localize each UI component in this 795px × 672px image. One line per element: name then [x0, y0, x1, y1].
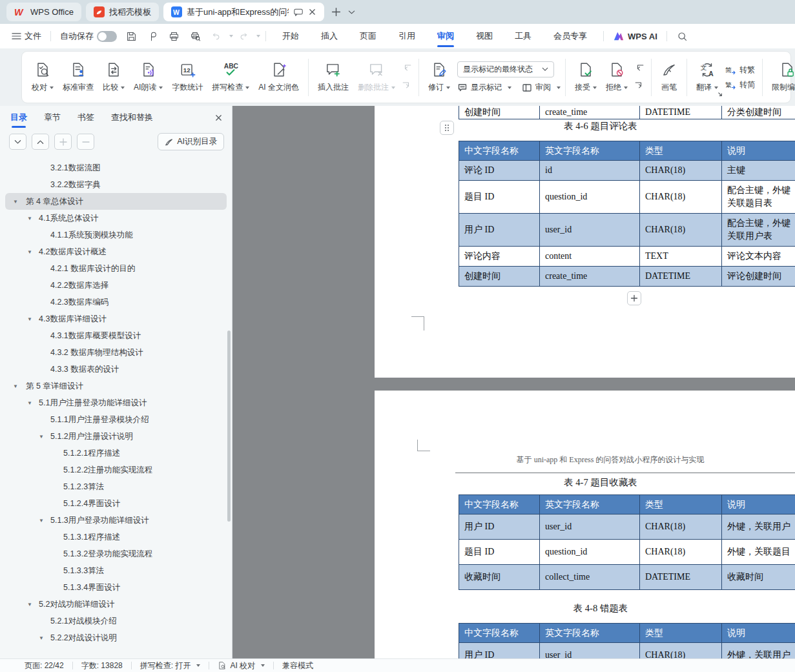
insert-comment-button[interactable]: 插入批注	[313, 54, 353, 101]
accept-revision-button[interactable]: 接受	[570, 54, 601, 101]
previous-revision-icon[interactable]	[632, 61, 646, 76]
toc-item[interactable]: ▼4.2数据库设计概述	[5, 243, 227, 260]
to-traditional-button[interactable]: 简 转繁	[725, 65, 755, 76]
collapse-all-button[interactable]	[9, 134, 26, 150]
autosave-control[interactable]: 自动保存	[56, 24, 121, 48]
toc-item[interactable]: 4.2.1 数据库设计的目的	[5, 260, 227, 277]
toc-item[interactable]: 5.1.1用户注册登录模块介绍	[5, 411, 227, 428]
toc-expand-icon[interactable]: ▼	[27, 400, 32, 406]
delete-comment-button[interactable]: 删除批注	[353, 54, 400, 101]
toc-item[interactable]: 4.3.3 数据表的设计	[5, 361, 227, 378]
tab-page[interactable]: 页面	[349, 24, 387, 48]
toc-expand-icon[interactable]: ▼	[27, 216, 32, 221]
document-page-2[interactable]: 基于 uni-app 和 Express 的问答对战小程序的设计与实现 表 4-…	[375, 391, 795, 658]
previous-comment-icon[interactable]	[400, 61, 414, 76]
tab-list-chevron-icon[interactable]	[344, 5, 360, 20]
toc-item[interactable]: ▼5.2.2对战设计说明	[5, 629, 227, 646]
toc-item[interactable]: 5.2.1对战模块介绍	[5, 613, 227, 629]
toc-item[interactable]: 4.1.1系统预测模块功能	[5, 227, 227, 243]
sidebar-tab-chapters[interactable]: 章节	[44, 112, 61, 123]
toc-expand-icon[interactable]: ▼	[39, 434, 44, 440]
toc-item[interactable]: 5.1.2.4界面设计	[5, 495, 227, 512]
toc-item[interactable]: 5.1.3.3算法	[5, 562, 227, 579]
toc-item[interactable]: ▼5.1.3用户登录功能详细设计	[5, 512, 227, 529]
toc-item[interactable]: ▼5.1用户注册登录功能详细设计	[5, 394, 227, 411]
undo-button[interactable]	[206, 30, 227, 42]
toc-item[interactable]: ▼4.3数据库详细设计	[5, 311, 227, 327]
new-tab-button[interactable]	[329, 5, 344, 20]
toc-item[interactable]: 5.1.3.4界面设计	[5, 579, 227, 596]
toc-expand-icon[interactable]: ▼	[27, 249, 32, 255]
expand-all-button[interactable]	[32, 134, 49, 150]
review-pane-button[interactable]: 审阅	[522, 82, 561, 93]
to-simplified-button[interactable]: 繁 转简	[725, 79, 755, 90]
reject-revision-button[interactable]: 拒绝	[601, 54, 632, 101]
next-comment-icon[interactable]	[400, 79, 414, 93]
toc-item[interactable]: ▼第 4 章总体设计	[5, 193, 227, 210]
message-icon[interactable]	[293, 8, 304, 17]
tab-wps-office[interactable]: W WPS Office	[6, 3, 81, 21]
ink-pen-button[interactable]: 画笔	[656, 54, 682, 101]
tab-member[interactable]: 会员专享	[542, 24, 598, 48]
tab-view[interactable]: 视图	[465, 24, 504, 48]
page-indicator[interactable]: 页面: 22/42	[25, 660, 64, 671]
next-revision-icon[interactable]	[632, 79, 646, 93]
document-canvas[interactable]: 创建时间create_timeDATETIME分类创建时间 表 4-6 题目评论…	[232, 106, 795, 658]
spell-check-button[interactable]: ABC 拼写检查	[207, 54, 254, 101]
toc-item[interactable]: 4.3.1数据库概要模型设计	[5, 327, 227, 344]
track-changes-button[interactable]: 修订	[424, 54, 455, 101]
table-drag-handle[interactable]	[440, 121, 454, 135]
toc-expand-icon[interactable]: ▼	[27, 316, 32, 322]
toc-item[interactable]: ▼5.2对战功能详细设计	[5, 596, 227, 613]
promote-heading-button[interactable]	[54, 134, 72, 150]
tab-review[interactable]: 审阅	[426, 24, 465, 48]
toc-item[interactable]: 3.2.2数据字典	[5, 176, 227, 193]
toc-item[interactable]: 5.1.2.3算法	[5, 478, 227, 495]
toc-item[interactable]: 4.3.2 数据库物理结构设计	[5, 344, 227, 361]
sidebar-tab-contents[interactable]: 目录	[10, 112, 27, 123]
toc-item[interactable]: ▼4.1系统总体设计	[5, 210, 227, 227]
spell-check-status[interactable]: 拼写检查: 打开	[140, 660, 201, 671]
standard-review-button[interactable]: 标准审查	[58, 54, 98, 101]
toc-item[interactable]: 4.2.2数据库选择	[5, 277, 227, 294]
compatibility-mode-label[interactable]: 兼容模式	[282, 660, 313, 671]
redo-history-chevron-icon[interactable]	[256, 35, 260, 37]
ai-recognize-toc-button[interactable]: AI识别目录	[158, 133, 224, 150]
group-expand-icon[interactable]	[718, 92, 723, 97]
wps-ai-button[interactable]: WPS AI	[609, 24, 661, 48]
toc-item[interactable]: 5.1.3.2登录功能实现流程	[5, 545, 227, 562]
toc-expand-icon[interactable]: ▼	[39, 635, 44, 641]
print-preview-button[interactable]	[185, 30, 206, 43]
tab-document[interactable]: W 基于uni-app和Express的问答	[163, 3, 324, 21]
toc-expand-icon[interactable]: ▼	[13, 383, 18, 389]
sidebar-scrollbar[interactable]	[227, 331, 231, 522]
redo-button[interactable]	[233, 30, 254, 42]
sidebar-tab-bookmarks[interactable]: 书签	[77, 112, 94, 123]
toc-expand-icon[interactable]: ▼	[39, 518, 44, 524]
export-pdf-button[interactable]	[142, 30, 163, 43]
proofread-button[interactable]: 校对	[27, 54, 58, 101]
demote-heading-button[interactable]	[77, 134, 94, 150]
search-icon[interactable]	[672, 31, 692, 42]
autosave-toggle[interactable]	[97, 31, 117, 42]
restrict-edit-button[interactable]: 限制编辑	[767, 54, 795, 101]
toc-expand-icon[interactable]: ▼	[13, 199, 18, 205]
tab-reference[interactable]: 引用	[387, 24, 426, 48]
compare-button[interactable]: 比较	[98, 54, 129, 101]
tab-tools[interactable]: 工具	[504, 24, 542, 48]
toc-item[interactable]: 3.2数据流程分析	[5, 154, 227, 159]
toc-item[interactable]: ▼5.1.2用户注册设计说明	[5, 428, 227, 445]
toc-item[interactable]: 5.1.3.1程序描述	[5, 529, 227, 545]
toc-expand-icon[interactable]: ▼	[27, 602, 32, 607]
show-markup-button[interactable]: 显示标记	[457, 82, 511, 93]
insert-row-button[interactable]	[627, 291, 641, 305]
markup-state-dropdown[interactable]: 显示标记的最终状态	[457, 61, 554, 77]
print-button[interactable]	[163, 30, 185, 43]
toc-item[interactable]: 5.1.2.1程序描述	[5, 445, 227, 462]
close-sidebar-icon[interactable]	[214, 114, 223, 122]
ai-read-button[interactable]: AI朗读	[129, 54, 167, 101]
toc-item[interactable]: ▼第 5 章详细设计	[5, 378, 227, 394]
word-count-indicator[interactable]: 字数: 13828	[81, 660, 123, 671]
toc-item[interactable]: 3.2.1数据流图	[5, 159, 227, 176]
word-count-button[interactable]: 12 字数统计	[167, 54, 207, 101]
